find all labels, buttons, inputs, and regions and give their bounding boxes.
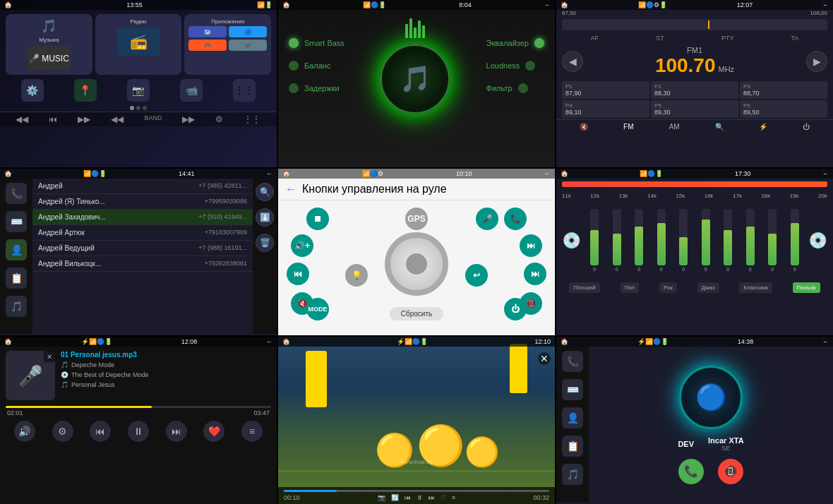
eq-track-1[interactable] xyxy=(613,209,621,265)
grid-icon[interactable]: ⋮⋮ xyxy=(244,114,260,124)
next-btn[interactable]: ▶▶ xyxy=(78,114,90,124)
sidebar-recent-icon[interactable]: 📋 xyxy=(6,268,27,289)
volume-btn[interactable]: 🔊 xyxy=(14,421,35,442)
video-screenshot-btn[interactable]: 📷 xyxy=(378,494,385,501)
video-heart-btn[interactable]: ♡ xyxy=(441,494,446,501)
btn-call-top[interactable]: 📞 xyxy=(504,208,527,230)
loudness-item[interactable]: Loudness xyxy=(486,61,544,71)
eq-track-2[interactable] xyxy=(635,209,643,265)
preset-custom[interactable]: Польза xyxy=(793,282,820,293)
video-rotate-btn[interactable]: 🔄 xyxy=(391,494,399,501)
smart-bass-item[interactable]: Smart Bass xyxy=(289,38,344,48)
video-list-btn[interactable]: ≡ xyxy=(452,494,455,501)
back-icon-9[interactable]: ← xyxy=(822,338,829,345)
dock-grid[interactable]: ⋮⋮ xyxy=(233,79,256,102)
eq-track-4[interactable] xyxy=(679,209,688,265)
preset-5[interactable]: P5 89,30 xyxy=(651,100,738,118)
eq-track-3[interactable] xyxy=(657,209,666,265)
filter-item[interactable]: Фильтр xyxy=(486,83,544,93)
preset-4[interactable]: P4 89,10 xyxy=(562,100,649,118)
app-add[interactable]: ➕ xyxy=(229,40,267,51)
bt-sidebar-dialpad[interactable]: ⌨️ xyxy=(562,379,583,400)
eq-track-6[interactable] xyxy=(724,209,732,265)
settings-icon[interactable]: ⚙ xyxy=(215,114,223,124)
dock-location[interactable]: 📍 xyxy=(74,79,97,102)
prev-btn[interactable]: ◀◀ xyxy=(16,114,28,124)
app-nav[interactable]: 🗺️ xyxy=(188,26,227,37)
playlist-btn[interactable]: ≡ xyxy=(241,421,263,442)
app-music[interactable]: 🎵 Музыка 🎤 MUSIC xyxy=(6,14,92,75)
skip-prev-btn[interactable]: ⏮ xyxy=(90,421,111,442)
dock-camera[interactable]: 📷 xyxy=(127,79,150,102)
bt-sidebar-contacts[interactable]: 👤 xyxy=(562,407,583,428)
preset-rock[interactable]: Рок xyxy=(659,282,677,293)
contact-2[interactable]: Андрей Захидович... +7 (910) 41949... xyxy=(32,210,253,225)
btn-next-right[interactable]: ⏭ xyxy=(520,234,542,257)
contact-3[interactable]: Андрей Артюк +79183007909 xyxy=(32,225,253,241)
preset-jazz[interactable]: Джаз xyxy=(697,282,719,293)
radio-next-btn[interactable]: ▶ xyxy=(806,51,827,72)
eq-track-8[interactable] xyxy=(768,209,777,265)
download-contact-btn[interactable]: ⬇️ xyxy=(256,208,274,227)
bt-sidebar-music[interactable]: 🎵 xyxy=(562,464,583,485)
back-icon-6[interactable]: ← xyxy=(822,170,829,177)
eq-track-5[interactable] xyxy=(702,209,710,265)
eq-track-9[interactable] xyxy=(791,209,799,265)
mode-fm[interactable]: FM xyxy=(623,123,633,131)
skip-next-btn[interactable]: ⏭ xyxy=(166,421,187,442)
bt-sidebar-recent[interactable]: 📋 xyxy=(562,436,583,457)
balance-item[interactable]: Баланс xyxy=(289,61,344,71)
play-pause-btn[interactable]: ⏸ xyxy=(128,421,149,442)
skip-prev-btn[interactable]: ⏮ xyxy=(49,114,57,124)
video-skip-next-btn[interactable]: ⏭ xyxy=(429,494,435,501)
dock-settings[interactable]: ⚙️ xyxy=(21,79,44,102)
bt-hangup-btn[interactable]: 📵 xyxy=(718,459,743,484)
contact-1[interactable]: Андрей (Я) Тинько... +79959039086 xyxy=(32,194,253,210)
preset-1[interactable]: P1 87,90 xyxy=(562,81,649,99)
nav-prev[interactable]: ◀◀ xyxy=(111,114,124,124)
preset-classic[interactable]: Классика xyxy=(739,282,772,293)
bt-answer-btn[interactable]: 📞 xyxy=(678,459,704,484)
delay-item[interactable]: Задержки xyxy=(289,83,344,93)
sidebar-contacts-icon[interactable]: 👤 xyxy=(6,239,27,260)
bt-sidebar-phone[interactable]: 📞 xyxy=(562,351,583,372)
steering-back-btn[interactable]: ← xyxy=(285,183,296,196)
app-game[interactable]: 🎮 xyxy=(188,40,227,51)
app-radio[interactable]: Радио 📻 xyxy=(95,14,182,75)
power-icon[interactable]: ⏻ xyxy=(803,123,810,131)
equalizer-item[interactable]: Эквалайзер xyxy=(486,38,544,48)
preset-pop[interactable]: Поп xyxy=(621,282,640,293)
freq-slider[interactable] xyxy=(562,19,827,30)
back-icon-5[interactable]: ← xyxy=(544,170,551,177)
back-icon-7[interactable]: ← xyxy=(266,338,272,345)
back-icon-2[interactable]: ← xyxy=(544,1,551,8)
dock-video[interactable]: 📹 xyxy=(180,79,203,102)
app-bluetooth[interactable]: 🔵 xyxy=(229,26,267,37)
btn-prev[interactable]: ⏮ xyxy=(287,263,309,285)
btn-stop[interactable]: ⏹ xyxy=(306,208,329,230)
video-play-btn[interactable]: ⏸ xyxy=(416,494,423,501)
eq-btn[interactable]: ⚙ xyxy=(52,421,73,442)
preset-flat[interactable]: Плоский xyxy=(569,282,599,293)
delete-contact-btn[interactable]: 🗑️ xyxy=(256,234,274,252)
btn-gps[interactable]: GPS xyxy=(405,208,428,230)
radio-prev-btn[interactable]: ◀ xyxy=(562,51,583,72)
contact-4[interactable]: Андрей Ведущий +7 (988) 16191... xyxy=(32,241,253,256)
eq-icon[interactable]: ⚡ xyxy=(759,123,767,131)
favorite-btn[interactable]: ❤️ xyxy=(203,421,224,442)
close-music-btn[interactable]: ✕ xyxy=(44,351,55,362)
search-icon[interactable]: 🔍 xyxy=(715,123,724,131)
sidebar-phone-icon[interactable]: 📞 xyxy=(6,183,27,204)
btn-return[interactable]: ↩ xyxy=(465,264,488,287)
btn-vol-up[interactable]: 🔊+ xyxy=(291,234,313,257)
eq-track-7[interactable] xyxy=(746,209,755,265)
contact-0[interactable]: Андрей +7 (985) 42811... xyxy=(32,179,253,194)
eq-track-0[interactable] xyxy=(590,209,599,265)
search-contact-btn[interactable]: 🔍 xyxy=(256,183,274,201)
preset-6[interactable]: P6 89,50 xyxy=(740,100,827,118)
progress-bar[interactable] xyxy=(6,406,271,408)
btn-skip[interactable]: ⏭ xyxy=(524,263,546,285)
contact-5[interactable]: Андрей Вилькоцк... +79262838061 xyxy=(32,256,253,272)
back-icon-3[interactable]: ← xyxy=(822,1,829,8)
btn-mode[interactable]: MODE xyxy=(306,298,329,320)
